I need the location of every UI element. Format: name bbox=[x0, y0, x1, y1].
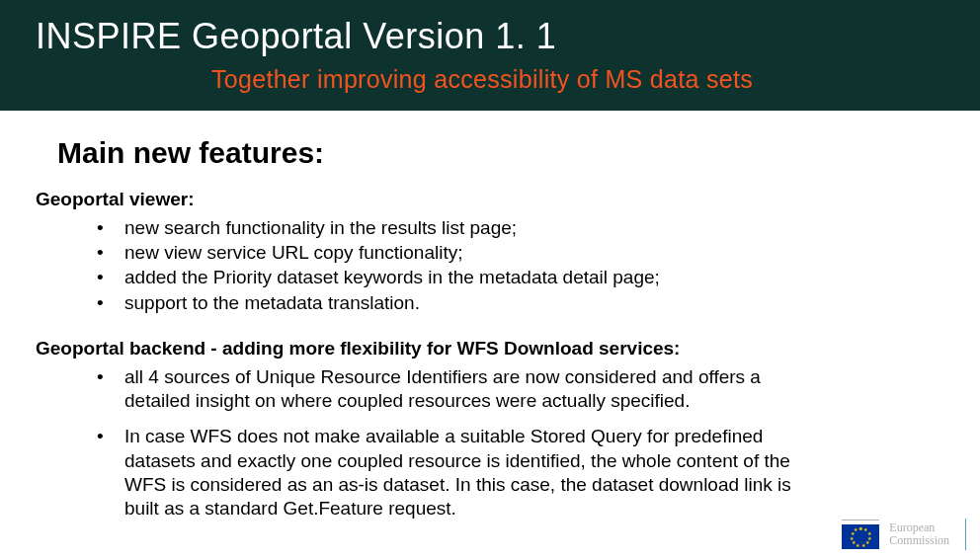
feature-list-backend: all 4 sources of Unique Resource Identif… bbox=[97, 365, 944, 521]
logo-text-line2: Commission bbox=[889, 534, 949, 547]
list-item: In case WFS does not make available a su… bbox=[97, 425, 828, 520]
group-heading-backend: Geoportal backend - adding more flexibil… bbox=[36, 337, 944, 361]
slide-content: Main new features: Geoportal viewer: new… bbox=[0, 111, 980, 521]
logo-divider bbox=[965, 519, 966, 550]
logo-text: European Commission bbox=[889, 521, 949, 547]
list-item: support to the metadata translation. bbox=[97, 291, 944, 315]
flag-top-line bbox=[842, 520, 879, 520]
list-item: added the Priority dataset keywords in t… bbox=[97, 266, 944, 289]
list-item: new view service URL copy functionality; bbox=[97, 241, 944, 265]
section-heading: Main new features: bbox=[57, 136, 944, 170]
eu-flag-icon: ★ ★ ★ ★ ★ ★ ★ ★ ★ ★ ★ ★ bbox=[842, 524, 879, 549]
footer-logo: ★ ★ ★ ★ ★ ★ ★ ★ ★ ★ ★ ★ European Commiss… bbox=[842, 519, 966, 550]
list-item: all 4 sources of Unique Resource Identif… bbox=[97, 365, 828, 414]
list-item: new search functionality in the results … bbox=[97, 216, 944, 240]
slide-title: INSPIRE Geoportal Version 1. 1 bbox=[36, 0, 944, 57]
slide-subtitle: Together improving accessibility of MS d… bbox=[211, 65, 944, 94]
feature-list-viewer: new search functionality in the results … bbox=[97, 216, 944, 315]
group-heading-viewer: Geoportal viewer: bbox=[36, 188, 944, 212]
eu-flag-wrap: ★ ★ ★ ★ ★ ★ ★ ★ ★ ★ ★ ★ bbox=[842, 520, 879, 549]
slide-header: INSPIRE Geoportal Version 1. 1 Together … bbox=[0, 0, 980, 111]
